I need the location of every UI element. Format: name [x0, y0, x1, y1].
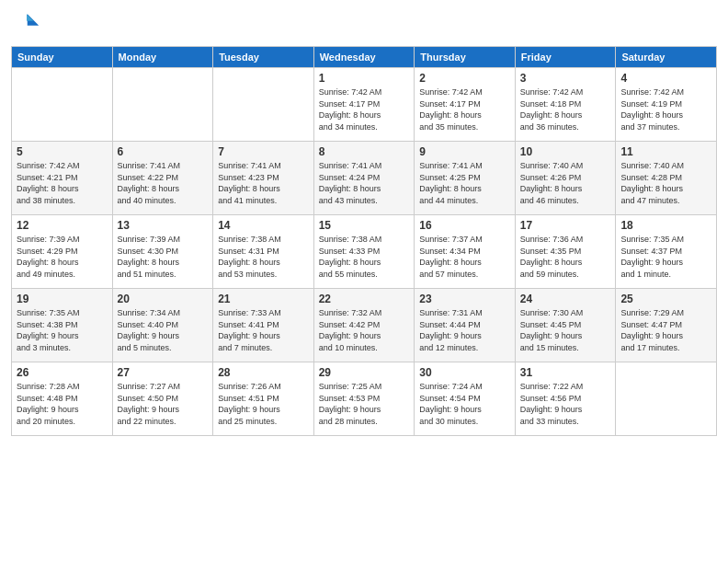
calendar-cell: 11Sunrise: 7:40 AM Sunset: 4:28 PM Dayli… [616, 142, 717, 215]
day-info: Sunrise: 7:41 AM Sunset: 4:23 PM Dayligh… [218, 160, 309, 206]
day-info: Sunrise: 7:42 AM Sunset: 4:21 PM Dayligh… [17, 160, 108, 206]
calendar-cell: 22Sunrise: 7:32 AM Sunset: 4:42 PM Dayli… [313, 289, 415, 362]
calendar-cell: 10Sunrise: 7:40 AM Sunset: 4:26 PM Dayli… [515, 142, 616, 215]
calendar-cell: 17Sunrise: 7:36 AM Sunset: 4:35 PM Dayli… [515, 215, 616, 289]
day-number: 24 [520, 293, 611, 305]
day-number: 27 [118, 366, 209, 379]
day-number: 12 [17, 219, 108, 232]
day-number: 17 [520, 219, 611, 232]
day-header: Saturday [616, 47, 717, 68]
day-number: 9 [419, 145, 510, 158]
calendar-cell: 14Sunrise: 7:38 AM Sunset: 4:31 PM Dayli… [213, 215, 314, 289]
calendar-cell: 13Sunrise: 7:39 AM Sunset: 4:30 PM Dayli… [112, 215, 213, 289]
calendar-cell: 18Sunrise: 7:35 AM Sunset: 4:37 PM Dayli… [616, 215, 717, 289]
day-info: Sunrise: 7:27 AM Sunset: 4:50 PM Dayligh… [118, 381, 209, 427]
header-row: SundayMondayTuesdayWednesdayThursdayFrid… [12, 47, 717, 68]
day-number: 25 [620, 293, 711, 305]
day-number: 2 [419, 72, 510, 85]
day-info: Sunrise: 7:25 AM Sunset: 4:53 PM Dayligh… [319, 381, 410, 427]
day-number: 30 [419, 366, 510, 379]
calendar-cell: 31Sunrise: 7:22 AM Sunset: 4:56 PM Dayli… [515, 362, 616, 436]
day-info: Sunrise: 7:42 AM Sunset: 4:18 PM Dayligh… [520, 86, 611, 132]
header [11, 9, 717, 39]
day-info: Sunrise: 7:41 AM Sunset: 4:25 PM Dayligh… [419, 160, 510, 206]
day-number: 4 [620, 72, 711, 85]
day-number: 23 [419, 293, 510, 305]
day-number: 5 [17, 145, 108, 158]
day-info: Sunrise: 7:32 AM Sunset: 4:42 PM Dayligh… [319, 307, 410, 353]
calendar-cell: 3Sunrise: 7:42 AM Sunset: 4:18 PM Daylig… [515, 68, 616, 142]
calendar-cell: 1Sunrise: 7:42 AM Sunset: 4:17 PM Daylig… [313, 68, 415, 142]
day-info: Sunrise: 7:40 AM Sunset: 4:28 PM Dayligh… [620, 160, 711, 206]
calendar-cell: 2Sunrise: 7:42 AM Sunset: 4:17 PM Daylig… [415, 68, 516, 142]
day-number: 29 [319, 366, 410, 379]
calendar-cell: 27Sunrise: 7:27 AM Sunset: 4:50 PM Dayli… [112, 362, 213, 436]
day-header: Thursday [415, 47, 516, 68]
calendar-cell: 16Sunrise: 7:37 AM Sunset: 4:34 PM Dayli… [415, 215, 516, 289]
calendar-cell: 29Sunrise: 7:25 AM Sunset: 4:53 PM Dayli… [313, 362, 415, 436]
day-info: Sunrise: 7:31 AM Sunset: 4:44 PM Dayligh… [419, 307, 510, 353]
calendar-week-row: 12Sunrise: 7:39 AM Sunset: 4:29 PM Dayli… [12, 215, 717, 289]
calendar-week-row: 19Sunrise: 7:35 AM Sunset: 4:38 PM Dayli… [12, 289, 717, 362]
day-number: 19 [17, 293, 108, 305]
day-info: Sunrise: 7:42 AM Sunset: 4:17 PM Dayligh… [419, 86, 510, 132]
day-number: 14 [218, 219, 309, 232]
day-info: Sunrise: 7:37 AM Sunset: 4:34 PM Dayligh… [419, 234, 510, 280]
calendar-cell: 15Sunrise: 7:38 AM Sunset: 4:33 PM Dayli… [313, 215, 415, 289]
day-header: Monday [112, 47, 213, 68]
calendar-cell: 30Sunrise: 7:24 AM Sunset: 4:54 PM Dayli… [415, 362, 516, 436]
day-info: Sunrise: 7:29 AM Sunset: 4:47 PM Dayligh… [620, 307, 711, 353]
day-number: 8 [319, 145, 410, 158]
day-info: Sunrise: 7:34 AM Sunset: 4:40 PM Dayligh… [118, 307, 209, 353]
calendar-cell: 26Sunrise: 7:28 AM Sunset: 4:48 PM Dayli… [12, 362, 113, 436]
calendar-cell: 8Sunrise: 7:41 AM Sunset: 4:24 PM Daylig… [313, 142, 415, 215]
calendar-cell: 9Sunrise: 7:41 AM Sunset: 4:25 PM Daylig… [415, 142, 516, 215]
calendar-cell [213, 68, 314, 142]
calendar-cell: 20Sunrise: 7:34 AM Sunset: 4:40 PM Dayli… [112, 289, 213, 362]
day-number: 20 [118, 293, 209, 305]
day-header: Wednesday [313, 47, 415, 68]
day-header: Tuesday [213, 47, 314, 68]
day-info: Sunrise: 7:22 AM Sunset: 4:56 PM Dayligh… [520, 381, 611, 427]
day-number: 15 [319, 219, 410, 232]
day-info: Sunrise: 7:39 AM Sunset: 4:29 PM Dayligh… [17, 234, 108, 280]
day-number: 11 [620, 145, 711, 158]
calendar-cell: 5Sunrise: 7:42 AM Sunset: 4:21 PM Daylig… [12, 142, 113, 215]
calendar-cell: 12Sunrise: 7:39 AM Sunset: 4:29 PM Dayli… [12, 215, 113, 289]
calendar-cell: 4Sunrise: 7:42 AM Sunset: 4:19 PM Daylig… [616, 68, 717, 142]
day-number: 10 [520, 145, 611, 158]
calendar-cell: 23Sunrise: 7:31 AM Sunset: 4:44 PM Dayli… [415, 289, 516, 362]
day-number: 7 [218, 145, 309, 158]
day-info: Sunrise: 7:41 AM Sunset: 4:22 PM Dayligh… [118, 160, 209, 206]
day-number: 13 [118, 219, 209, 232]
day-info: Sunrise: 7:38 AM Sunset: 4:33 PM Dayligh… [319, 234, 410, 280]
day-info: Sunrise: 7:35 AM Sunset: 4:37 PM Dayligh… [620, 234, 711, 280]
day-info: Sunrise: 7:30 AM Sunset: 4:45 PM Dayligh… [520, 307, 611, 353]
day-number: 16 [419, 219, 510, 232]
calendar-cell: 21Sunrise: 7:33 AM Sunset: 4:41 PM Dayli… [213, 289, 314, 362]
calendar-week-row: 26Sunrise: 7:28 AM Sunset: 4:48 PM Dayli… [12, 362, 717, 436]
calendar-table: SundayMondayTuesdayWednesdayThursdayFrid… [11, 46, 717, 436]
day-info: Sunrise: 7:24 AM Sunset: 4:54 PM Dayligh… [419, 381, 510, 427]
day-number: 28 [218, 366, 309, 379]
day-info: Sunrise: 7:26 AM Sunset: 4:51 PM Dayligh… [218, 381, 309, 427]
page: SundayMondayTuesdayWednesdayThursdayFrid… [0, 0, 728, 563]
day-number: 31 [520, 366, 611, 379]
calendar-cell: 7Sunrise: 7:41 AM Sunset: 4:23 PM Daylig… [213, 142, 314, 215]
day-info: Sunrise: 7:28 AM Sunset: 4:48 PM Dayligh… [17, 381, 108, 427]
day-info: Sunrise: 7:33 AM Sunset: 4:41 PM Dayligh… [218, 307, 309, 353]
day-number: 3 [520, 72, 611, 85]
day-info: Sunrise: 7:36 AM Sunset: 4:35 PM Dayligh… [520, 234, 611, 280]
day-number: 18 [620, 219, 711, 232]
calendar-cell: 24Sunrise: 7:30 AM Sunset: 4:45 PM Dayli… [515, 289, 616, 362]
calendar-cell: 6Sunrise: 7:41 AM Sunset: 4:22 PM Daylig… [112, 142, 213, 215]
day-number: 21 [218, 293, 309, 305]
day-number: 22 [319, 293, 410, 305]
calendar-week-row: 5Sunrise: 7:42 AM Sunset: 4:21 PM Daylig… [12, 142, 717, 215]
calendar-cell [12, 68, 113, 142]
day-header: Friday [515, 47, 616, 68]
day-info: Sunrise: 7:40 AM Sunset: 4:26 PM Dayligh… [520, 160, 611, 206]
logo-icon [11, 9, 40, 39]
day-number: 6 [118, 145, 209, 158]
calendar-cell: 28Sunrise: 7:26 AM Sunset: 4:51 PM Dayli… [213, 362, 314, 436]
